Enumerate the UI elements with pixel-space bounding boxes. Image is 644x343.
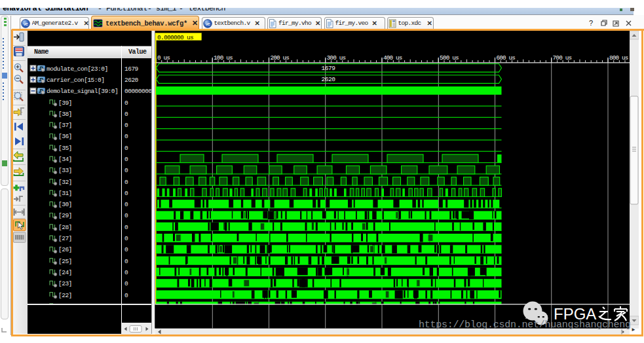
svg-text:0.000000 us: 0.000000 us <box>157 34 193 41</box>
svg-text:0 us: 0 us <box>157 54 170 62</box>
svg-text:600 us: 600 us <box>496 54 515 62</box>
svg-text:700 us: 700 us <box>553 54 572 62</box>
svg-text:100 us: 100 us <box>214 54 233 62</box>
svg-text:300 us: 300 us <box>327 54 346 62</box>
svg-text:400 us: 400 us <box>383 54 402 62</box>
svg-text:800 us: 800 us <box>609 54 628 62</box>
svg-text:1679: 1679 <box>322 65 336 72</box>
svg-text:2620: 2620 <box>322 76 336 83</box>
svg-text:500 us: 500 us <box>440 54 459 62</box>
svg-text:200 us: 200 us <box>270 54 289 62</box>
